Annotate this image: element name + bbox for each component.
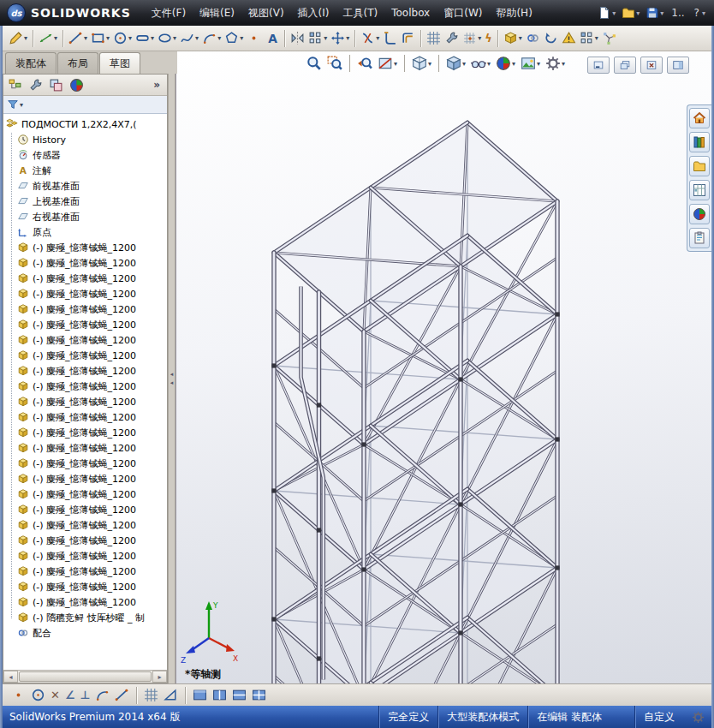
- rectangle-icon[interactable]: ▾: [89, 30, 111, 46]
- tree-item-component[interactable]: (-) 麋殛_憶薄铖蝇_1200: [3, 363, 167, 379]
- dropdown-caret-icon[interactable]: ▾: [128, 34, 132, 42]
- tab-assembly[interactable]: 装配体: [5, 52, 57, 74]
- tree-item-component[interactable]: (-) 麋殛_憶薄铖蝇_1200: [3, 533, 167, 548]
- view-orientation-icon[interactable]: ▾: [410, 55, 433, 72]
- open-document-icon[interactable]: ▾: [620, 5, 641, 21]
- tree-item-mates[interactable]: 配合: [3, 625, 167, 641]
- scroll-thumb[interactable]: [19, 671, 152, 682]
- snap-angle45-icon[interactable]: [162, 687, 180, 703]
- tree-item-component[interactable]: (-) 麋殛_憶薄铖蝇_1200: [3, 271, 167, 286]
- snap-center-icon[interactable]: [29, 687, 47, 703]
- dropdown-caret-icon[interactable]: ▾: [346, 34, 349, 42]
- quick-snaps-icon[interactable]: ▾: [461, 30, 483, 46]
- tree-item-component[interactable]: (-) 麋殛_憶薄铖蝇_1200: [3, 486, 167, 502]
- tree-item-component[interactable]: (-) 麋殛_憶薄铖蝇_1200: [3, 394, 167, 409]
- tree-item-component-last[interactable]: (-) 隋穮竞鲟 忮厍杪曜 _ 制: [3, 610, 167, 625]
- view-palette-tab[interactable]: [689, 180, 710, 200]
- dropdown-caret-icon[interactable]: ▾: [54, 34, 57, 42]
- dropdown-caret-icon[interactable]: ▾: [595, 34, 598, 42]
- four-view-icon[interactable]: [250, 687, 268, 703]
- tree-item-component[interactable]: (-) 麋殛_憶薄铖蝇_1200: [3, 240, 167, 255]
- menu-view[interactable]: 视图(V): [241, 3, 291, 24]
- tree-item-history[interactable]: History: [3, 132, 167, 147]
- dropdown-caret-icon[interactable]: ▾: [478, 34, 481, 42]
- mate-icon[interactable]: [524, 30, 542, 46]
- tree-item-component[interactable]: (-) 麋殛_憶薄铖蝇_1200: [3, 517, 167, 533]
- menu-insert[interactable]: 插入(I): [291, 3, 336, 24]
- tree-item-annotations[interactable]: A注解: [3, 163, 167, 178]
- display-manager-tab[interactable]: [68, 77, 86, 93]
- panel-splitter[interactable]: ◂ ◂: [168, 74, 176, 683]
- tree-item-component[interactable]: (-) 麋殛_憶薄铖蝇_1200: [3, 332, 167, 348]
- status-item[interactable]: 在编辑 装配体: [527, 706, 610, 728]
- menu-pin-icon[interactable]: [539, 12, 543, 14]
- snap-tangent-icon[interactable]: [93, 687, 111, 703]
- circle-icon[interactable]: ▾: [111, 30, 134, 46]
- trim-entities-icon[interactable]: ▾: [359, 30, 381, 46]
- dropdown-caret-icon[interactable]: ▾: [324, 34, 327, 42]
- tree-item-top-plane[interactable]: 上视基准面: [3, 194, 167, 209]
- status-item[interactable]: 完全定义: [378, 706, 437, 728]
- scroll-left-button[interactable]: ◂: [3, 671, 18, 683]
- menu-file[interactable]: 文件(F): [145, 3, 193, 24]
- dropdown-caret-icon[interactable]: ▾: [702, 9, 705, 17]
- single-view-icon[interactable]: [191, 687, 209, 703]
- status-options-icon[interactable]: [692, 711, 705, 724]
- minimize-document-button[interactable]: [587, 57, 610, 74]
- dropdown-caret-icon[interactable]: ▾: [519, 34, 522, 42]
- text-tool-icon[interactable]: A: [263, 30, 281, 46]
- section-view-icon[interactable]: ▾: [376, 55, 399, 72]
- display-style-icon[interactable]: ▾: [444, 55, 467, 72]
- repair-sketch-icon[interactable]: [443, 30, 461, 46]
- interference-detection-icon[interactable]: [560, 30, 578, 46]
- linear-sketch-pattern-icon[interactable]: ▾: [306, 30, 329, 46]
- assembly-pattern-icon[interactable]: ▾: [578, 30, 600, 46]
- menu-edit[interactable]: 编辑(E): [193, 3, 241, 24]
- zoom-area-icon[interactable]: [325, 55, 344, 72]
- dropdown-caret-icon[interactable]: ▾: [84, 34, 87, 42]
- help-icon[interactable]: ?▾: [691, 6, 707, 20]
- dropdown-caret-icon[interactable]: ▾: [151, 34, 154, 42]
- previous-view-icon[interactable]: [355, 55, 374, 72]
- exploded-view-icon[interactable]: [600, 30, 618, 46]
- dropdown-caret-icon[interactable]: ▾: [428, 60, 431, 68]
- tree-root-assembly[interactable]: ПОДМОСТИ 1,2X2,4X7,(: [3, 116, 167, 132]
- status-item[interactable]: 大型装配体模式: [437, 706, 527, 728]
- dropdown-caret-icon[interactable]: ▾: [106, 34, 110, 42]
- tree-item-sensors[interactable]: 传感器: [3, 147, 167, 163]
- tree-item-component[interactable]: (-) 麋殛_憶薄铖蝇_1200: [3, 286, 167, 301]
- zoom-fit-icon[interactable]: [305, 55, 324, 72]
- insert-components-icon[interactable]: ▾: [502, 30, 524, 46]
- design-library-tab[interactable]: [689, 132, 710, 152]
- rapid-sketch-icon[interactable]: ϟ: [483, 30, 494, 46]
- tree-item-component[interactable]: (-) 麋殛_憶薄铖蝇_1200: [3, 579, 167, 594]
- sketch-icon[interactable]: ▾: [7, 30, 29, 46]
- tree-item-component[interactable]: (-) 麋殛_憶薄铖蝇_1200: [3, 456, 167, 471]
- window-list-label[interactable]: 1..: [668, 6, 687, 20]
- menu-window[interactable]: 窗口(W): [437, 3, 489, 24]
- slot-icon[interactable]: ▾: [134, 30, 156, 46]
- graphics-viewport[interactable]: YXZ ▾▾▾▾▾▾▾ *等轴测: [176, 51, 711, 683]
- property-manager-tab[interactable]: [27, 77, 45, 93]
- tree-item-origin[interactable]: 原点: [3, 224, 167, 240]
- mirror-entities-icon[interactable]: [289, 30, 306, 46]
- collapse-task-pane-button[interactable]: [667, 57, 689, 74]
- close-document-button[interactable]: [640, 57, 663, 74]
- point-icon[interactable]: [245, 30, 263, 46]
- ellipse-icon[interactable]: ▾: [156, 30, 178, 46]
- tab-sketch[interactable]: 草图: [99, 52, 140, 74]
- save-icon[interactable]: ▾: [644, 5, 665, 21]
- status-item[interactable]: 自定义: [634, 706, 683, 728]
- new-document-icon[interactable]: ▾: [596, 5, 617, 21]
- tree-item-component[interactable]: (-) 麋殛_憶薄铖蝇_1200: [3, 379, 167, 394]
- tree-item-component[interactable]: (-) 麋殛_憶薄铖蝇_1200: [3, 255, 167, 271]
- assembly-3d-view[interactable]: YXZ: [176, 51, 711, 683]
- convert-entities-icon[interactable]: [381, 30, 399, 46]
- rotate-component-icon[interactable]: [542, 30, 560, 46]
- tree-item-component[interactable]: (-) 麋殛_憶薄铖蝇_1200: [3, 502, 167, 517]
- dropdown-caret-icon[interactable]: ▾: [636, 9, 640, 17]
- tree-item-component[interactable]: (-) 麋殛_憶薄铖蝇_1200: [3, 471, 167, 486]
- tree-horizontal-scrollbar[interactable]: ◂ ▸: [3, 670, 167, 683]
- display-delete-relations-icon[interactable]: [425, 30, 443, 46]
- spline-icon[interactable]: ▾: [178, 30, 200, 46]
